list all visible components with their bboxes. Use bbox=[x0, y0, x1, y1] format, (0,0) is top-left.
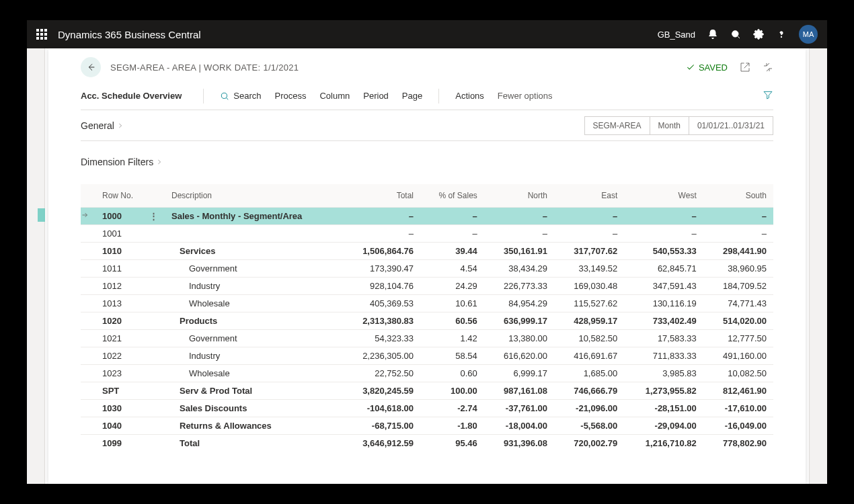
toolbar-column[interactable]: Column bbox=[313, 91, 356, 101]
cell-rowno: 1099 bbox=[95, 435, 143, 452]
global-topbar: Dynamics 365 Business Central GB_Sand MA bbox=[27, 20, 827, 48]
section-general-toggle[interactable]: General bbox=[81, 120, 124, 131]
cell-rowno: 1021 bbox=[95, 330, 143, 347]
table-row[interactable]: 1012Industry928,104.7624.29226,773.33169… bbox=[81, 278, 773, 295]
table-row[interactable]: 1099Total3,646,912.5995.46931,396.08720,… bbox=[81, 435, 773, 452]
cell-west: 62,845.71 bbox=[624, 260, 703, 278]
cell-total: 2,236,305.00 bbox=[342, 347, 420, 365]
table-row[interactable]: 1022Industry2,236,305.0058.54616,620.004… bbox=[81, 347, 773, 365]
cell-total: – bbox=[342, 208, 420, 225]
help-icon[interactable] bbox=[776, 29, 787, 40]
table-row[interactable]: 1013Wholesale405,369.5310.6184,954.29115… bbox=[81, 295, 773, 312]
row-menu-icon bbox=[143, 382, 165, 400]
row-menu-icon[interactable]: ⋮ bbox=[143, 208, 165, 225]
col-west[interactable]: West bbox=[624, 184, 703, 208]
table-row[interactable]: 1040Returns & Allowances-68,715.00-1.80-… bbox=[81, 417, 773, 435]
page-title: SEGM-AREA - AREA | WORK DATE: 1/1/2021 bbox=[110, 62, 299, 73]
cell-desc: Returns & Allowances bbox=[165, 417, 342, 435]
table-row[interactable]: SPTServ & Prod Total3,820,245.59100.0098… bbox=[81, 382, 773, 400]
toolbar-fewer-options[interactable]: Fewer options bbox=[491, 91, 559, 101]
cell-rowno: 1013 bbox=[95, 295, 143, 312]
col-east[interactable]: East bbox=[554, 184, 624, 208]
cell-south: 74,771.43 bbox=[703, 295, 773, 312]
cell-west: 733,402.49 bbox=[624, 312, 703, 330]
toolbar-search[interactable]: Search bbox=[213, 91, 268, 101]
col-rowno[interactable]: Row No. bbox=[95, 184, 143, 208]
cell-west: 17,583.33 bbox=[624, 330, 703, 347]
row-arrow bbox=[81, 243, 95, 260]
page-card: SEGM-AREA - AREA | WORK DATE: 1/1/2021 S… bbox=[48, 48, 806, 484]
row-arrow bbox=[81, 365, 95, 382]
cell-west: – bbox=[624, 225, 703, 243]
toolbar-actions[interactable]: Actions bbox=[449, 91, 491, 101]
cell-rowno: 1010 bbox=[95, 243, 143, 260]
cell-south: 491,160.00 bbox=[703, 347, 773, 365]
cell-rowno: 1023 bbox=[95, 365, 143, 382]
cell-west: 1,216,710.82 bbox=[624, 435, 703, 452]
chip-period[interactable]: Month bbox=[650, 116, 689, 135]
cell-south: 778,802.90 bbox=[703, 435, 773, 452]
table-row[interactable]: 1001–––––– bbox=[81, 225, 773, 243]
cell-north: 616,620.00 bbox=[484, 347, 554, 365]
cell-west: -29,094.00 bbox=[624, 417, 703, 435]
cell-south: – bbox=[703, 208, 773, 225]
cell-pct: – bbox=[420, 225, 484, 243]
table-row[interactable]: 1020Products2,313,380.8360.56636,999.174… bbox=[81, 312, 773, 330]
tenant-label[interactable]: GB_Sand bbox=[658, 30, 695, 40]
table-row[interactable]: 1023Wholesale22,752.500.606,999.171,685.… bbox=[81, 365, 773, 382]
cell-desc: Wholesale bbox=[165, 365, 342, 382]
cell-desc: Government bbox=[165, 260, 342, 278]
col-north[interactable]: North bbox=[484, 184, 554, 208]
row-menu-icon bbox=[143, 225, 165, 243]
cell-total: 405,369.53 bbox=[342, 295, 420, 312]
cell-desc: Government bbox=[165, 330, 342, 347]
table-row[interactable]: 1011Government173,390.474.5438,434.2933,… bbox=[81, 260, 773, 278]
cell-north: – bbox=[484, 225, 554, 243]
cell-rowno: SPT bbox=[95, 382, 143, 400]
section-general-label: General bbox=[81, 120, 114, 131]
cell-rowno: 1011 bbox=[95, 260, 143, 278]
cell-rowno: 1001 bbox=[95, 225, 143, 243]
cell-east: – bbox=[554, 225, 624, 243]
table-row[interactable]: 1010Services1,506,864.7639.44350,161.913… bbox=[81, 243, 773, 260]
col-desc[interactable]: Description bbox=[165, 184, 342, 208]
cell-pct: -1.80 bbox=[420, 417, 484, 435]
cell-total: 2,313,380.83 bbox=[342, 312, 420, 330]
gear-icon[interactable] bbox=[753, 29, 764, 40]
table-row[interactable]: 1030Sales Discounts-104,618.00-2.74-37,7… bbox=[81, 400, 773, 417]
right-rail bbox=[809, 48, 827, 484]
toolbar-period[interactable]: Period bbox=[356, 91, 395, 101]
cell-south: 184,709.52 bbox=[703, 278, 773, 295]
collapse-icon[interactable] bbox=[763, 62, 773, 73]
table-row[interactable]: 1000⋮Sales - Monthly - Segment/Area–––––… bbox=[81, 208, 773, 225]
search-icon[interactable] bbox=[730, 29, 741, 40]
cell-desc: Products bbox=[165, 312, 342, 330]
app-launcher-icon[interactable] bbox=[36, 29, 47, 40]
cell-rowno: 1040 bbox=[95, 417, 143, 435]
cell-total: 54,323.33 bbox=[342, 330, 420, 347]
table-row[interactable]: 1021Government54,323.331.4213,380.0010,5… bbox=[81, 330, 773, 347]
toolbar-page[interactable]: Page bbox=[395, 91, 429, 101]
back-button[interactable] bbox=[81, 57, 101, 77]
cell-desc: Industry bbox=[165, 278, 342, 295]
cell-west: 711,833.33 bbox=[624, 347, 703, 365]
col-pct[interactable]: % of Sales bbox=[420, 184, 484, 208]
cell-desc: Sales - Monthly - Segment/Area bbox=[165, 208, 342, 225]
col-total[interactable]: Total bbox=[342, 184, 420, 208]
section-dimension-toggle[interactable]: Dimension Filters bbox=[81, 157, 163, 167]
cell-north: 931,396.08 bbox=[484, 435, 554, 452]
col-south[interactable]: South bbox=[703, 184, 773, 208]
bell-icon[interactable] bbox=[707, 29, 718, 40]
view-title: Acc. Schedule Overview bbox=[81, 91, 194, 101]
row-arrow bbox=[81, 347, 95, 365]
share-icon[interactable] bbox=[740, 62, 750, 73]
avatar[interactable]: MA bbox=[799, 25, 818, 44]
filter-icon[interactable] bbox=[763, 89, 773, 102]
chip-segm[interactable]: SEGM-AREA bbox=[584, 116, 650, 135]
toolbar-process[interactable]: Process bbox=[268, 91, 313, 101]
cell-south: 514,020.00 bbox=[703, 312, 773, 330]
cell-desc: Industry bbox=[165, 347, 342, 365]
chip-range[interactable]: 01/01/21..01/31/21 bbox=[689, 116, 773, 135]
cell-north: 13,380.00 bbox=[484, 330, 554, 347]
cell-south: 38,960.95 bbox=[703, 260, 773, 278]
